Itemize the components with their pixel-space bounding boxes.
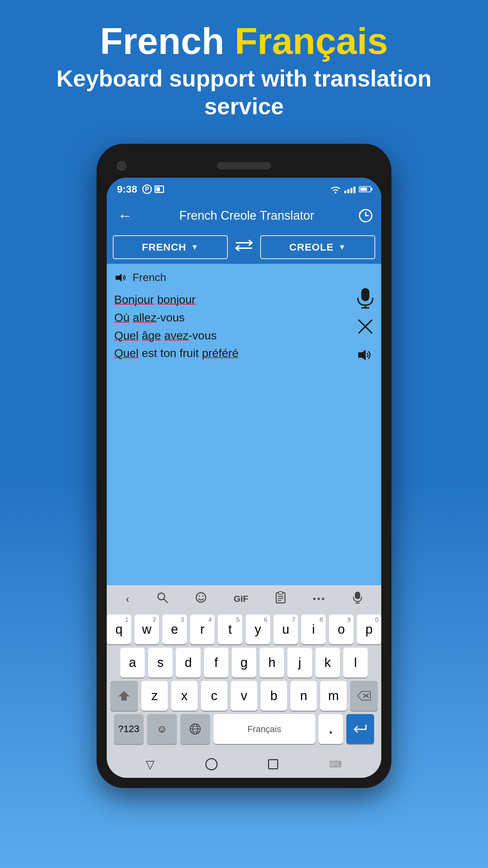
speaker-large-icon [357,348,374,362]
camera-icon [117,161,126,171]
source-language-label: French [133,271,166,284]
key-globe[interactable] [180,714,210,744]
sim-icon [155,185,164,193]
phone-screen: 9:38 P [107,178,381,778]
key-n[interactable]: n [290,681,317,711]
svg-point-11 [196,593,206,602]
key-f[interactable]: f [204,648,228,677]
clipboard-icon [276,591,286,604]
key-i[interactable]: i8 [301,614,326,644]
status-time: 9:38 [117,183,137,195]
toolbar-gif-button[interactable]: GIF [228,591,253,607]
key-emoji[interactable]: ☺ [147,714,177,744]
nav-recents-button[interactable] [268,759,278,769]
key-c[interactable]: c [201,681,227,711]
swap-languages-button[interactable] [232,239,256,256]
key-t[interactable]: t5 [218,614,242,644]
keyboard-toolbar: ‹ [107,585,381,612]
key-l[interactable]: l [343,648,368,677]
key-q[interactable]: q1 [107,614,131,644]
word-quel1: Quel [114,329,139,342]
keyboard-switch-icon[interactable]: ⌨ [329,759,342,770]
key-u[interactable]: u7 [273,614,298,644]
app-bar-title: French Creole Translator [179,209,314,223]
header: French Français Keyboard support with tr… [0,0,488,134]
key-shift[interactable] [110,681,138,711]
svg-rect-15 [279,592,283,594]
clear-button[interactable] [355,317,375,336]
key-d[interactable]: d [176,648,200,677]
app-bar: ← French Creole Translator [107,201,381,231]
key-s[interactable]: s [148,648,172,677]
sticker-icon [195,592,207,603]
speaker-grille [217,162,271,170]
close-icon [357,318,374,335]
toolbar-more-button[interactable]: ••• [307,591,331,607]
keyboard-mic-icon [353,591,362,604]
microphone-icon [357,288,374,309]
key-y[interactable]: y6 [246,614,270,644]
keyboard-row-1: q1 w2 e3 r4 t5 y6 u7 i8 o9 p0 [110,614,378,644]
key-a[interactable]: a [120,648,145,677]
key-enter[interactable] [346,714,374,744]
key-e[interactable]: e3 [162,614,187,644]
key-v[interactable]: v [231,681,257,711]
phone-bottom-bar: ▽ ⌨ [107,751,381,778]
key-z[interactable]: z [141,681,168,711]
keyboard-row-4: ?123 ☺ [110,714,378,744]
nav-home-button[interactable] [205,758,218,770]
key-k[interactable]: k [316,648,340,677]
svg-rect-3 [361,288,369,301]
key-o[interactable]: o9 [329,614,353,644]
key-m[interactable]: m [320,681,347,711]
translation-text-content: Bonjour bonjour Où allez-vous Quel âge a… [114,291,374,362]
svg-point-12 [199,595,200,597]
toolbar-clipboard-button[interactable] [270,589,291,609]
back-button[interactable]: ← [115,204,135,227]
key-r[interactable]: r4 [190,614,215,644]
key-x[interactable]: x [171,681,198,711]
battery-icon [359,186,371,192]
key-period[interactable]: . [319,714,343,744]
mic-button[interactable] [355,288,375,308]
status-icons-right [330,185,371,194]
key-backspace[interactable] [350,681,378,711]
language-selector-row: FRENCH ▼ [107,231,381,264]
key-j[interactable]: j [287,648,312,677]
backspace-icon [357,691,371,701]
svg-point-0 [335,192,337,194]
toolbar-back-button[interactable]: ‹ [120,590,135,608]
nav-back-button[interactable]: ▽ [146,757,155,771]
toolbar-sticker-button[interactable] [190,589,212,609]
key-123[interactable]: ?123 [114,714,144,744]
shift-icon [118,690,130,701]
title-francais: Français [235,20,388,62]
key-space[interactable]: Français [214,714,315,744]
speaker-small-icon[interactable] [114,272,127,283]
creole-language-button[interactable]: CREOLE ▼ [260,235,375,259]
key-g[interactable]: g [232,648,256,677]
key-h[interactable]: h [260,648,284,677]
translation-input-area[interactable]: French Bonjour bonjour Où allez-vous Que… [107,264,381,585]
status-icon-circle: P [142,184,152,194]
key-p[interactable]: p0 [357,614,381,644]
french-language-button[interactable]: FRENCH ▼ [113,235,228,259]
key-b[interactable]: b [261,681,287,711]
header-subtitle: Keyboard support with translation servic… [14,65,474,120]
word-bonjour2: bonjour [157,293,196,306]
keyboard: q1 w2 e3 r4 t5 y6 u7 i8 o9 p0 [107,612,381,751]
word-prefere: préféré [202,347,239,359]
status-icons-left: P [142,184,164,194]
toolbar-search-button[interactable] [151,589,174,609]
tts-button[interactable] [355,345,375,365]
history-icon[interactable] [358,208,373,223]
key-w[interactable]: w2 [135,614,159,644]
svg-marker-22 [118,691,130,701]
space-bar-label: Français [247,724,281,734]
word-ou: Où [114,311,129,324]
keyboard-row-2: a s d f g h j k l [110,648,378,677]
french-dropdown-arrow: ▼ [191,243,199,252]
toolbar-mic-button[interactable] [347,589,368,609]
status-left: 9:38 P [117,183,164,195]
status-bar: 9:38 P [107,178,381,201]
